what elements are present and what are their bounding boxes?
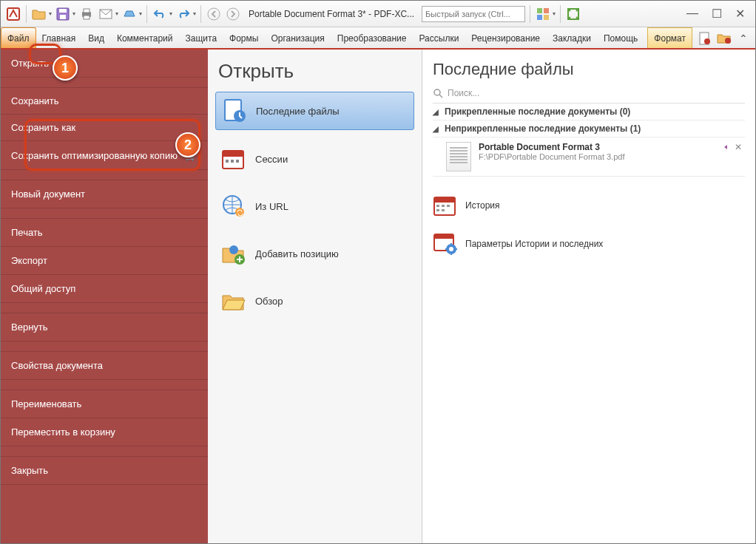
svg-rect-12 (537, 15, 542, 20)
svg-rect-33 (447, 205, 450, 207)
tab-share[interactable]: Рассылки (414, 27, 466, 49)
mail-dropdown[interactable]: ▾ (115, 10, 118, 17)
svg-point-26 (235, 208, 244, 217)
maximize-button[interactable]: ☐ (712, 7, 722, 21)
quick-launch-input[interactable] (422, 6, 525, 22)
url-icon (221, 194, 246, 219)
tab-organize[interactable]: Организация (265, 27, 331, 49)
history-settings-icon (433, 233, 458, 255)
svg-point-17 (725, 38, 731, 44)
callout-1-badge: 1 (53, 55, 78, 81)
sidebar-item-revert[interactable]: Вернуть (1, 313, 208, 341)
svg-point-8 (208, 8, 220, 20)
mid-item-browse[interactable]: Обзор (215, 282, 414, 319)
collapse-ribbon-icon[interactable]: ⌃ (735, 30, 752, 47)
sidebar-item-export[interactable]: Экспорт (1, 247, 208, 275)
tab-convert[interactable]: Преобразование (331, 27, 414, 49)
tab-file[interactable]: Файл (1, 27, 36, 49)
window-title: Portable Document Format 3* - PDF-XC... (244, 9, 419, 19)
nav-forward-icon[interactable] (225, 6, 241, 22)
svg-rect-5 (84, 9, 90, 13)
save-dropdown[interactable]: ▾ (72, 10, 75, 17)
add-place-icon (221, 241, 246, 266)
scan-icon[interactable] (121, 6, 138, 22)
svg-rect-30 (434, 197, 455, 203)
sidebar-item-share[interactable]: Общий доступ (1, 275, 208, 303)
redo-icon[interactable] (175, 6, 192, 22)
svg-point-16 (704, 38, 710, 44)
sidebar-item-print[interactable]: Печать (1, 219, 208, 247)
print-icon[interactable] (78, 6, 95, 22)
recent-search[interactable]: Поиск... (433, 85, 745, 103)
tab-protect[interactable]: Защита (180, 27, 224, 49)
search-placeholder: Поиск... (448, 88, 479, 98)
sidebar-item-properties[interactable]: Свойства документа (1, 352, 208, 380)
mid-item-add-place[interactable]: Добавить позицию (215, 235, 414, 272)
mid-item-sessions[interactable]: Сессии (215, 140, 414, 177)
search-icon (433, 88, 443, 98)
svg-rect-13 (544, 15, 549, 20)
tab-format[interactable]: Формат (647, 27, 692, 49)
ui-options-icon[interactable] (535, 6, 551, 22)
svg-rect-6 (84, 16, 90, 19)
mid-item-label: Обзор (255, 296, 283, 307)
ui-options-dropdown[interactable]: ▾ (553, 10, 556, 17)
history-item[interactable]: История (433, 190, 745, 221)
tab-comment[interactable]: Комментарий (111, 27, 180, 49)
nav-back-icon[interactable] (206, 6, 222, 22)
sidebar-item-open[interactable]: Открыть (1, 50, 208, 78)
folder-settings-icon[interactable] (716, 30, 732, 47)
undo-icon[interactable] (152, 6, 168, 22)
svg-rect-22 (226, 160, 229, 163)
minimize-button[interactable]: — (686, 7, 698, 21)
collapse-arrow-icon: ◢ (433, 125, 442, 133)
callout-2-badge: 2 (175, 132, 200, 157)
sidebar-item-close[interactable]: Закрыть (1, 457, 208, 485)
open-dropdown[interactable]: ▾ (49, 10, 52, 17)
fullscreen-icon[interactable] (565, 6, 581, 22)
mid-item-url[interactable]: Из URL (215, 188, 414, 225)
svg-point-28 (434, 89, 440, 95)
history-settings-item[interactable]: Параметры Истории и последних (433, 228, 745, 259)
save-icon[interactable] (55, 6, 71, 22)
tab-home[interactable]: Главная (36, 27, 83, 49)
quick-access-toolbar: ▾ ▾ ▾ ▾ ▾ ▾ Portable Document Format 3* … (1, 1, 755, 27)
tab-view[interactable]: Вид (82, 27, 111, 49)
unpinned-section[interactable]: ◢ Неприкрепленные последние документы (1… (433, 120, 745, 137)
remove-icon[interactable]: ✕ (735, 142, 742, 152)
svg-rect-34 (436, 209, 439, 211)
tab-help[interactable]: Помощь (598, 27, 644, 49)
tab-bookmarks[interactable]: Закладки (547, 27, 598, 49)
tab-forms[interactable]: Формы (223, 27, 265, 49)
svg-rect-31 (436, 205, 439, 207)
sidebar-item-trash[interactable]: Переместить в корзину (1, 418, 208, 446)
sidebar-item-rename[interactable]: Переименовать (1, 390, 208, 418)
sessions-icon (221, 146, 246, 171)
sidebar-item-save[interactable]: Сохранить (1, 88, 208, 115)
recent-title: Последние файлы (433, 60, 745, 79)
ribbon-tabs: Файл Главная Вид Комментарий Защита Форм… (1, 27, 755, 50)
backstage-view: Открыть Сохранить Сохранить как Сохранит… (1, 50, 755, 543)
svg-rect-21 (223, 151, 243, 157)
doc-settings-icon[interactable] (697, 30, 713, 47)
history-icon (433, 194, 458, 217)
tab-review[interactable]: Рецензирование (465, 27, 547, 49)
mid-item-recent[interactable]: Последние файлы (215, 92, 414, 130)
svg-rect-24 (236, 160, 239, 163)
doc-name: Portable Document Format 3 (479, 142, 624, 152)
pinned-section[interactable]: ◢ Прикрепленные последние документы (0) (433, 103, 745, 120)
undo-dropdown[interactable]: ▾ (169, 10, 172, 17)
sidebar-item-new[interactable]: Новый документ (1, 180, 208, 208)
svg-point-39 (449, 247, 453, 251)
pin-icon[interactable] (717, 142, 729, 152)
recent-files-icon (222, 98, 247, 123)
close-button[interactable]: ✕ (735, 7, 745, 21)
svg-rect-3 (60, 15, 66, 19)
mail-icon[interactable] (98, 6, 114, 22)
app-icon (5, 6, 21, 22)
svg-rect-10 (537, 8, 542, 13)
open-folder-icon[interactable] (31, 6, 47, 22)
redo-dropdown[interactable]: ▾ (193, 10, 196, 17)
recent-doc-row[interactable]: Portable Document Format 3 F:\PDF\Portab… (433, 137, 745, 177)
scan-dropdown[interactable]: ▾ (139, 10, 142, 17)
